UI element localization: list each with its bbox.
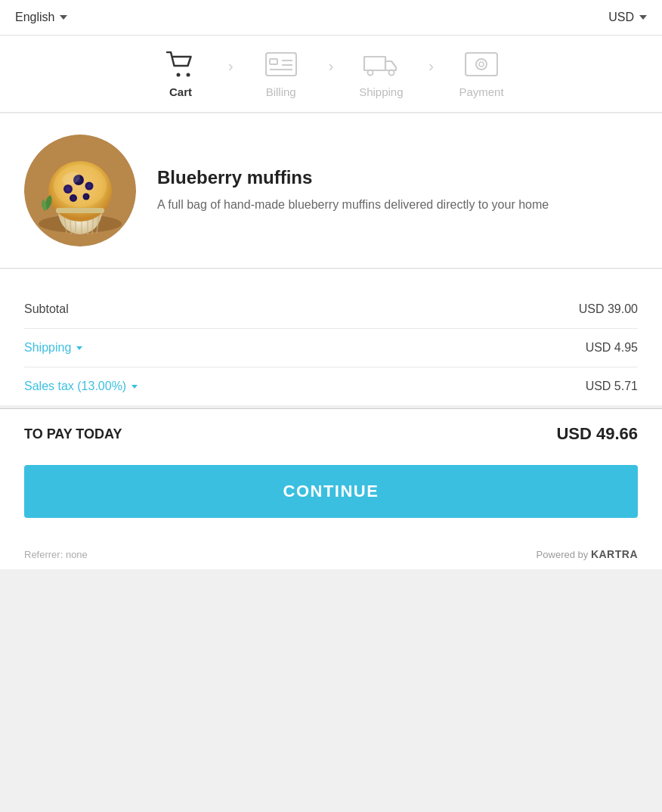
- step-cart[interactable]: Cart: [139, 49, 222, 98]
- total-value: USD 49.66: [556, 424, 638, 444]
- product-image: [24, 135, 136, 246]
- step-payment-label: Payment: [459, 85, 503, 98]
- step-billing-label: Billing: [266, 85, 296, 98]
- tax-value: USD 5.71: [586, 380, 638, 393]
- chevron-sep-3: ›: [422, 57, 440, 75]
- product-description: A full bag of hand-made blueberry muffin…: [157, 196, 549, 214]
- currency-selector[interactable]: USD: [608, 11, 647, 24]
- main-content: Blueberry muffins A full bag of hand-mad…: [0, 113, 662, 812]
- svg-point-32: [85, 195, 88, 198]
- checkout-steps: Cart › Billing ›: [0, 36, 662, 113]
- tax-row: Sales tax (13.00%) USD 5.71: [24, 367, 638, 405]
- currency-label: USD: [608, 11, 634, 24]
- currency-caret-icon: [639, 15, 647, 20]
- shipping-row: Shipping USD 4.95: [24, 329, 638, 367]
- referrer-label: Referrer: none: [24, 549, 88, 560]
- svg-point-11: [479, 62, 484, 67]
- svg-rect-3: [270, 59, 277, 64]
- step-cart-label: Cart: [169, 85, 192, 98]
- subtotal-label: Subtotal: [24, 302, 69, 316]
- svg-point-30: [72, 197, 76, 200]
- svg-rect-34: [56, 208, 104, 213]
- svg-rect-9: [466, 53, 497, 76]
- shipping-icon: [363, 49, 399, 79]
- product-info: Blueberry muffins A full bag of hand-mad…: [157, 167, 549, 214]
- svg-point-28: [87, 184, 91, 188]
- step-billing[interactable]: Billing: [240, 49, 323, 98]
- cart-icon: [162, 49, 199, 79]
- tax-label[interactable]: Sales tax (13.00%): [24, 380, 138, 393]
- payment-icon: [463, 49, 500, 79]
- top-bar: English USD: [0, 0, 662, 36]
- language-caret-icon: [60, 15, 67, 20]
- step-shipping[interactable]: Shipping: [339, 49, 422, 98]
- language-label: English: [15, 11, 54, 24]
- product-card: Blueberry muffins A full bag of hand-mad…: [0, 113, 662, 269]
- subtotal-row: Subtotal USD 39.00: [24, 290, 638, 329]
- svg-point-22: [54, 165, 107, 207]
- product-title: Blueberry muffins: [157, 167, 549, 188]
- shipping-value: USD 4.95: [586, 341, 638, 355]
- svg-point-10: [476, 59, 487, 70]
- language-selector[interactable]: English: [15, 11, 67, 24]
- total-label: TO PAY TODAY: [24, 426, 122, 442]
- step-payment[interactable]: Payment: [440, 49, 523, 98]
- svg-point-0: [176, 73, 180, 77]
- chevron-sep-2: ›: [323, 57, 340, 75]
- svg-point-24: [66, 187, 70, 191]
- powered-by: Powered by KARTRA: [537, 548, 638, 560]
- step-shipping-label: Shipping: [359, 85, 403, 98]
- subtotal-value: USD 39.00: [579, 302, 638, 316]
- tax-caret-icon: [131, 385, 138, 389]
- chevron-sep-1: ›: [222, 57, 240, 75]
- shipping-caret-icon: [76, 346, 82, 350]
- pricing-section: Subtotal USD 39.00 Shipping USD 4.95 Sal…: [0, 269, 662, 405]
- continue-btn-wrapper: CONTINUE: [0, 459, 662, 539]
- svg-point-1: [186, 73, 190, 77]
- shipping-label[interactable]: Shipping: [24, 341, 82, 355]
- total-row: TO PAY TODAY USD 49.66: [0, 409, 662, 459]
- billing-icon: [263, 49, 299, 79]
- continue-button[interactable]: CONTINUE: [24, 465, 638, 518]
- page-footer: Referrer: none Powered by KARTRA: [0, 539, 662, 569]
